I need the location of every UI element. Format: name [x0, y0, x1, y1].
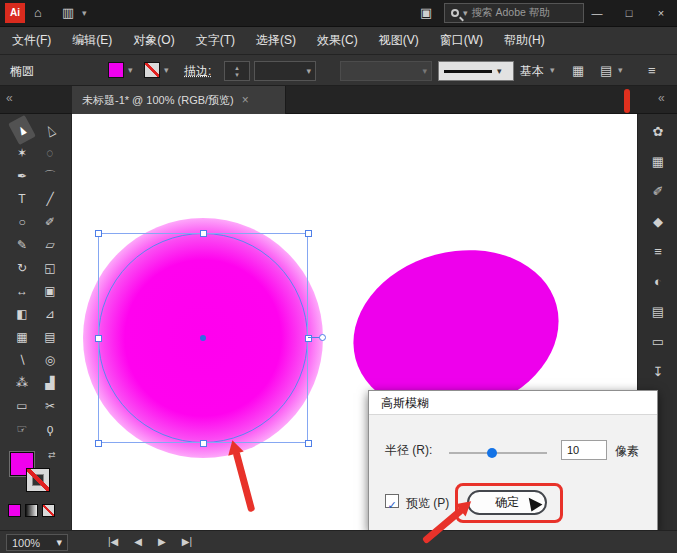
layers-panel-icon[interactable]: ▤: [652, 304, 664, 319]
radius-input[interactable]: 10: [561, 440, 607, 460]
menu-item-help[interactable]: 帮助(H): [504, 32, 545, 49]
stroke-weight-label[interactable]: 描边:: [184, 55, 211, 87]
tool-rotate[interactable]: ↻: [11, 258, 33, 278]
home-icon[interactable]: ⌂: [34, 3, 42, 23]
stroke-color-swatch[interactable]: [144, 62, 160, 78]
fill-color-swatch[interactable]: [108, 62, 124, 78]
document-tab[interactable]: 未标题-1* @ 100% (RGB/预览) ×: [72, 86, 286, 114]
menu-item-file[interactable]: 文件(F): [12, 32, 51, 49]
symbols-panel-icon[interactable]: ◆: [653, 214, 663, 229]
workspace-icon[interactable]: ▥: [62, 3, 74, 23]
close-button[interactable]: ×: [652, 3, 670, 23]
tool-symbol-sprayer[interactable]: ⁂: [11, 373, 33, 393]
brushes-panel-icon[interactable]: ✐: [653, 184, 664, 199]
stroke-style-basic-dropdown[interactable]: 基本: [520, 55, 544, 87]
tool-artboard[interactable]: ▭: [11, 396, 33, 416]
next-artboard-button[interactable]: ▶: [158, 536, 166, 547]
gradient-mode-button[interactable]: [25, 504, 38, 517]
menu-item-window[interactable]: 窗口(W): [440, 32, 483, 49]
handle-bottom-right[interactable]: [305, 440, 312, 447]
tool-selection[interactable]: ▲: [8, 115, 36, 145]
rotate-handle-knob[interactable]: [319, 334, 326, 341]
menu-item-object[interactable]: 对象(O): [133, 32, 174, 49]
tool-blend[interactable]: ◎: [39, 350, 61, 370]
collapse-toolbar-icon[interactable]: «: [6, 91, 13, 105]
handle-mid-left[interactable]: [95, 335, 102, 342]
handle-bottom-left[interactable]: [95, 440, 102, 447]
appearance-panel-icon[interactable]: ≡: [654, 244, 662, 259]
stroke-weight-stepper[interactable]: ▴ ▾: [224, 61, 250, 81]
menu-item-type[interactable]: 文字(T): [196, 32, 235, 49]
tool-magic-wand[interactable]: ✶: [11, 143, 33, 163]
menu-item-view[interactable]: 视图(V): [379, 32, 419, 49]
tool-type[interactable]: T: [11, 189, 33, 209]
collapse-dock-icon[interactable]: «: [658, 91, 665, 105]
tool-line-segment[interactable]: ╱: [39, 189, 61, 209]
artboards-panel-icon[interactable]: ▭: [652, 334, 664, 349]
last-artboard-button[interactable]: ▶|: [182, 536, 192, 547]
maximize-button[interactable]: □: [620, 3, 638, 23]
handle-top-center[interactable]: [200, 230, 207, 237]
tab-close-icon[interactable]: ×: [242, 93, 249, 107]
tool-paintbrush[interactable]: ✐: [39, 212, 61, 232]
swap-fill-stroke-icon[interactable]: ⇄: [48, 450, 56, 460]
transparency-panel-icon[interactable]: ◐: [654, 274, 662, 289]
zoom-level-dropdown[interactable]: 100% ▾: [6, 534, 68, 551]
workspace-caret-icon[interactable]: ▾: [82, 8, 87, 18]
tool-shaper[interactable]: ▱: [39, 235, 61, 255]
tool-curvature[interactable]: ⌒: [39, 166, 61, 186]
tool-perspective-grid[interactable]: ⊿: [39, 304, 61, 324]
document-setup-grid-icon[interactable]: ▦: [572, 61, 584, 81]
tool-mesh[interactable]: ▦: [11, 327, 33, 347]
stepper-down-icon[interactable]: ▾: [235, 71, 239, 78]
radius-slider-track[interactable]: [449, 452, 547, 454]
color-panel-icon[interactable]: ✿: [653, 124, 664, 139]
stroke-style-preview-dropdown[interactable]: ▾: [438, 61, 514, 81]
stroke-color-indicator[interactable]: [26, 468, 50, 492]
tool-scale[interactable]: ◱: [39, 258, 61, 278]
preview-checkbox[interactable]: ✓: [385, 494, 399, 508]
fill-caret-icon[interactable]: ▾: [128, 65, 133, 75]
brush-definition-dropdown[interactable]: ▾: [340, 61, 432, 81]
color-mode-button[interactable]: [8, 504, 21, 517]
tool-lasso[interactable]: ◌: [39, 143, 61, 163]
tool-free-transform[interactable]: ▣: [39, 281, 61, 301]
tool-zoom[interactable]: ϙ: [39, 419, 61, 439]
tool-hand[interactable]: ☞: [11, 419, 33, 439]
menu-item-edit[interactable]: 编辑(E): [72, 32, 112, 49]
panel-menu-icon[interactable]: ≡: [648, 61, 656, 81]
none-mode-button[interactable]: [42, 504, 55, 517]
tool-slice[interactable]: ✂: [39, 396, 61, 416]
vertical-scrollbar-thumb[interactable]: [624, 89, 630, 113]
tool-eyedropper[interactable]: ∖: [11, 350, 33, 370]
handle-top-left[interactable]: [95, 230, 102, 237]
help-search-input[interactable]: ▾ 搜索 Adobe 帮助: [444, 3, 584, 23]
variable-width-profile-dropdown[interactable]: ▾: [254, 61, 316, 81]
first-artboard-button[interactable]: |◀: [108, 536, 118, 547]
arrange-documents-icon[interactable]: ▣: [420, 3, 432, 23]
tool-column-graph[interactable]: ▟: [39, 373, 61, 393]
tool-shape-builder[interactable]: ◧: [11, 304, 33, 324]
object-center-point[interactable]: [200, 335, 206, 341]
minimize-button[interactable]: —: [588, 3, 606, 23]
asset-export-panel-icon[interactable]: ↧: [653, 364, 664, 379]
stepper-up-icon[interactable]: ▴: [235, 64, 239, 71]
search-caret-icon[interactable]: ▾: [463, 8, 468, 18]
handle-top-right[interactable]: [305, 230, 312, 237]
basic-caret-icon[interactable]: ▾: [550, 65, 555, 75]
app-icon[interactable]: Ai: [5, 3, 25, 23]
menu-item-select[interactable]: 选择(S): [256, 32, 296, 49]
tool-width[interactable]: ↔: [11, 281, 33, 301]
align-icon[interactable]: ▤: [600, 61, 612, 81]
tool-ellipse[interactable]: ○: [11, 212, 33, 232]
swatches-panel-icon[interactable]: ▦: [652, 154, 664, 169]
tool-direct-selection[interactable]: △: [36, 115, 64, 145]
previous-artboard-button[interactable]: ◀: [134, 536, 142, 547]
radius-slider-thumb[interactable]: [487, 448, 497, 458]
tool-pen[interactable]: ✒: [11, 166, 33, 186]
align-caret-icon[interactable]: ▾: [618, 65, 623, 75]
handle-bottom-center[interactable]: [200, 440, 207, 447]
stroke-caret-icon[interactable]: ▾: [164, 65, 169, 75]
menu-item-effect[interactable]: 效果(C): [317, 32, 358, 49]
tool-pencil[interactable]: ✎: [11, 235, 33, 255]
